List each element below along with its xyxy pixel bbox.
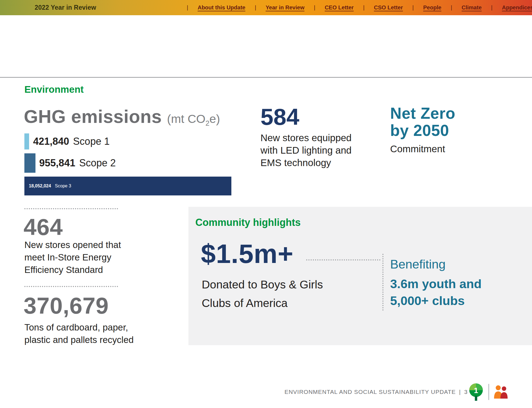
ghg-unit-label: (mt CO2e) — [167, 112, 220, 125]
nav-link-cso-letter[interactable]: CSO Letter — [374, 4, 403, 11]
community-highlights-panel: Community highlights $1.5m+ Donated to B… — [188, 207, 532, 345]
nav-separator: | — [314, 4, 315, 11]
scope2-category: Scope 2 — [79, 157, 116, 169]
report-title: 2022 Year in Review — [35, 0, 96, 15]
scope1-value: 421,840 — [33, 136, 69, 147]
nav-item: |People — [403, 4, 441, 11]
ghg-bar-chart: 421,840Scope 1 955,841Scope 2 18,052,024… — [24, 133, 231, 199]
nav-item: |Appendices — [482, 4, 532, 11]
family-dollar-logo — [493, 384, 509, 400]
top-nav: |About this Update |Year in Review |CEO … — [177, 0, 532, 15]
dotted-divider — [24, 208, 118, 209]
nav-link-ceo-letter[interactable]: CEO Letter — [325, 4, 354, 11]
brand-logos: 1 — [467, 383, 509, 401]
dollar-tree-logo: 1 — [467, 383, 485, 401]
environment-section-label: Environment — [24, 84, 84, 95]
scope2-bar — [24, 153, 35, 173]
benefiting-value: 3.6m youth and 5,000+ clubs — [390, 275, 482, 309]
stat-led-stores-desc: New stores equipped with LED lighting an… — [260, 131, 352, 169]
ghg-bar-row-scope3: 18,052,024Scope 3 — [24, 177, 231, 195]
stat-led-stores-value: 584 — [260, 105, 299, 128]
nav-link-climate[interactable]: Climate — [462, 4, 482, 11]
scope1-bar — [24, 133, 29, 149]
ghg-bar-row-scope1: 421,840Scope 1 — [24, 133, 231, 149]
scope1-category: Scope 1 — [73, 136, 110, 147]
scope2-value: 955,841 — [39, 157, 75, 169]
net-zero-subtitle: Commitment — [390, 143, 445, 154]
footer-separator: | — [459, 389, 461, 395]
stat-recycled-value: 370,679 — [24, 294, 109, 317]
footer-caption: ENVIRONMENTAL AND SOCIAL SUSTAINABILITY … — [285, 389, 468, 395]
nav-link-people[interactable]: People — [423, 4, 441, 11]
stat-new-stores-desc: New stores opened that meet In-Store Ene… — [24, 239, 121, 276]
header-divider — [0, 77, 532, 78]
nav-separator: | — [255, 4, 256, 11]
svg-text:1: 1 — [474, 386, 478, 395]
community-highlights-heading: Community highlights — [195, 217, 301, 228]
donation-amount: $1.5m+ — [201, 241, 293, 267]
nav-separator: | — [491, 4, 492, 11]
nav-separator: | — [187, 4, 188, 11]
ghg-bar-row-scope2: 955,841Scope 2 — [24, 153, 231, 173]
dotted-vertical-divider — [382, 254, 383, 311]
benefiting-label: Benefiting — [390, 257, 446, 272]
nav-link-year-in-review[interactable]: Year in Review — [266, 4, 305, 11]
net-zero-heading: Net Zero by 2050 — [390, 105, 455, 139]
logo-divider — [488, 384, 489, 400]
nav-separator: | — [363, 4, 364, 11]
nav-item: |Climate — [441, 4, 482, 11]
top-nav-bar: 2022 Year in Review |About this Update |… — [0, 0, 532, 15]
nav-link-appendices[interactable]: Appendices — [502, 4, 532, 11]
footer-text: ENVIRONMENTAL AND SOCIAL SUSTAINABILITY … — [285, 389, 456, 395]
stat-new-stores-value: 464 — [24, 215, 63, 239]
stat-recycled-desc: Tons of cardboard, paper, plastic and pa… — [24, 321, 134, 346]
donation-description: Donated to Boys & Girls Clubs of America — [202, 275, 323, 313]
nav-separator: | — [451, 4, 452, 11]
dotted-connector — [306, 259, 380, 260]
scope3-category: Scope 3 — [55, 184, 71, 188]
nav-link-about-this-update[interactable]: About this Update — [198, 4, 245, 11]
ghg-emissions-heading: GHG emissions (mt CO2e) — [24, 106, 220, 128]
scope3-bar: 18,052,024Scope 3 — [24, 177, 231, 195]
ghg-heading-text: GHG emissions — [24, 106, 162, 127]
scope2-label: 955,841Scope 2 — [39, 157, 116, 169]
nav-item: |CSO Letter — [354, 4, 403, 11]
dotted-divider — [24, 286, 118, 287]
scope3-value: 18,052,024 — [29, 184, 51, 188]
report-page: 2022 Year in Review |About this Update |… — [0, 0, 532, 408]
nav-separator: | — [412, 4, 414, 11]
nav-item: |CEO Letter — [305, 4, 354, 11]
nav-item: |Year in Review — [245, 4, 304, 11]
scope1-label: 421,840Scope 1 — [33, 136, 109, 147]
nav-item: |About this Update — [177, 4, 245, 11]
